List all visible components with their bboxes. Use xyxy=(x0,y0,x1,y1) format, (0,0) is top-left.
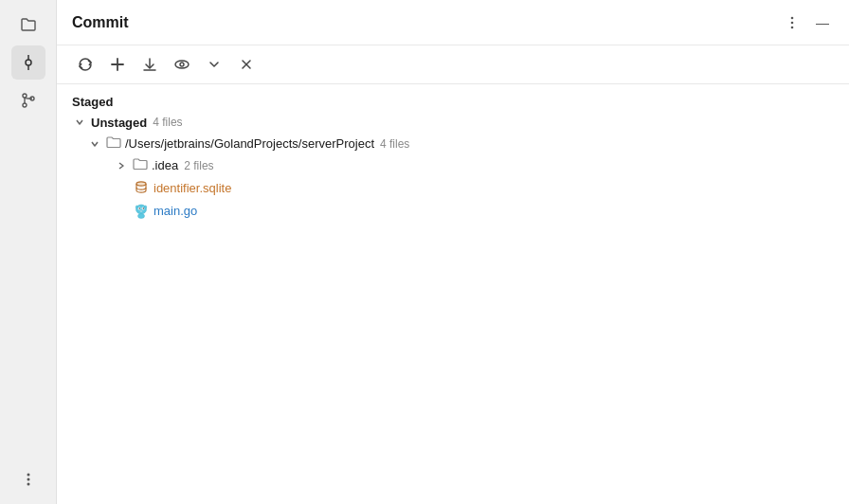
idea-folder-icon xyxy=(133,157,148,173)
project-count: 4 files xyxy=(380,137,409,151)
svg-point-20 xyxy=(136,182,146,186)
idea-count: 2 files xyxy=(184,159,213,172)
unstaged-count: 4 files xyxy=(153,116,182,129)
project-folder[interactable]: /Users/jetbrains/GolandProjects/serverPr… xyxy=(57,133,849,154)
header: Commit — xyxy=(57,0,849,45)
sidebar-icon-folder[interactable] xyxy=(11,8,45,42)
svg-point-17 xyxy=(180,63,184,66)
file-tree: Staged Unstaged 4 files /Users/jetbrains… xyxy=(57,84,849,504)
project-folder-icon xyxy=(106,135,121,152)
svg-point-16 xyxy=(175,61,189,68)
svg-point-26 xyxy=(140,210,143,212)
add-button[interactable] xyxy=(104,51,131,78)
idea-chevron xyxy=(114,158,129,173)
staged-label: Staged xyxy=(72,95,113,109)
svg-point-0 xyxy=(26,60,31,65)
file-sqlite[interactable]: identifier.sqlite xyxy=(57,176,849,199)
eye-button[interactable] xyxy=(169,51,195,78)
unstaged-label: Unstaged xyxy=(91,116,147,130)
sqlite-filename: identifier.sqlite xyxy=(154,181,231,195)
unstaged-chevron xyxy=(72,115,87,130)
file-main-go[interactable]: main.go xyxy=(57,199,849,222)
collapse-button[interactable] xyxy=(233,51,260,78)
expand-button[interactable] xyxy=(201,51,227,78)
go-filename: main.go xyxy=(154,204,197,218)
refresh-button[interactable] xyxy=(72,51,99,78)
svg-point-9 xyxy=(27,483,29,486)
staged-section[interactable]: Staged xyxy=(57,92,849,112)
unstaged-section[interactable]: Unstaged 4 files xyxy=(57,112,849,133)
toolbar xyxy=(57,45,849,84)
svg-point-29 xyxy=(138,214,145,219)
svg-point-27 xyxy=(135,206,137,208)
header-actions: — xyxy=(781,11,834,34)
go-icon xyxy=(133,202,150,219)
sidebar-icon-commit[interactable] xyxy=(11,45,45,80)
sidebar-icon-more[interactable] xyxy=(11,462,45,496)
svg-point-28 xyxy=(144,206,146,208)
svg-point-25 xyxy=(143,207,144,208)
sidebar xyxy=(0,0,57,504)
svg-point-11 xyxy=(791,21,794,24)
minimize-button[interactable]: — xyxy=(811,11,834,34)
sqlite-icon xyxy=(133,179,150,196)
idea-folder[interactable]: .idea 2 files xyxy=(57,154,849,176)
svg-point-4 xyxy=(23,103,27,107)
svg-point-10 xyxy=(791,16,794,19)
svg-point-8 xyxy=(27,478,29,481)
sidebar-icon-branches[interactable] xyxy=(11,83,45,117)
idea-folder-label: .idea xyxy=(152,158,178,172)
project-chevron xyxy=(87,136,102,152)
main-panel: Commit — xyxy=(57,0,849,504)
svg-point-12 xyxy=(791,26,794,28)
more-options-button[interactable] xyxy=(781,11,804,34)
svg-point-7 xyxy=(27,474,29,477)
svg-point-24 xyxy=(139,207,140,208)
download-button[interactable] xyxy=(136,51,163,78)
project-path-label: /Users/jetbrains/GolandProjects/serverPr… xyxy=(125,136,374,151)
svg-point-3 xyxy=(23,94,27,98)
panel-title: Commit xyxy=(72,14,781,31)
